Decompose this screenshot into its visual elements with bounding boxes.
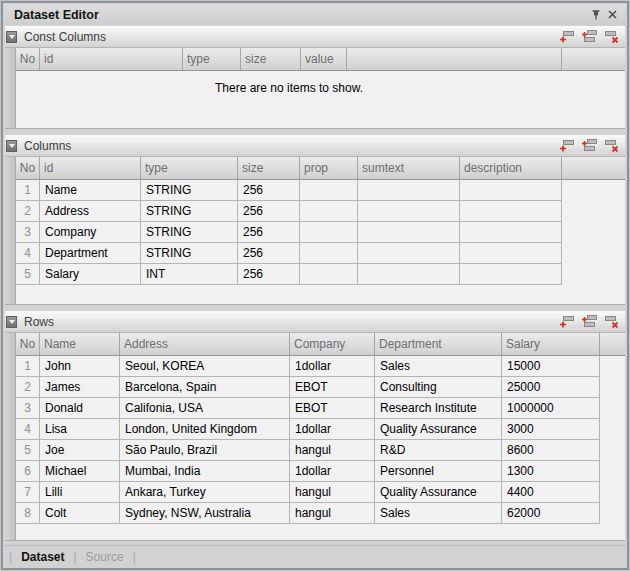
delete-row-button[interactable] [603, 29, 620, 44]
column-header-name[interactable]: Name [40, 333, 120, 355]
table-row[interactable]: 2AddressSTRING256 [16, 201, 625, 222]
column-header-sumtext[interactable]: sumtext [358, 157, 460, 179]
grid-cell[interactable] [358, 180, 460, 201]
grid-cell[interactable]: INT [141, 264, 238, 285]
column-header-value[interactable]: value [301, 48, 347, 70]
column-header-no[interactable]: No [16, 157, 40, 179]
grid-cell[interactable] [358, 264, 460, 285]
grid-cell[interactable]: Research Institute [375, 398, 502, 419]
grid-cell[interactable]: London, United Kingdom [120, 419, 290, 440]
grid-cell[interactable] [300, 243, 358, 264]
grid-cell[interactable]: STRING [141, 201, 238, 222]
grid-cell[interactable]: Sales [375, 356, 502, 377]
grid-cell[interactable]: EBOT [290, 398, 375, 419]
grid-cell[interactable]: 4400 [502, 482, 600, 503]
grid-cell[interactable]: STRING [141, 222, 238, 243]
grid-cell[interactable]: James [40, 377, 120, 398]
add-row-button[interactable] [559, 29, 576, 44]
grid-cell[interactable]: 25000 [502, 377, 600, 398]
grid-cell[interactable]: Mumbai, India [120, 461, 290, 482]
grid-cell[interactable]: Address [40, 201, 141, 222]
collapse-section-button[interactable] [6, 31, 17, 43]
close-button[interactable] [604, 7, 620, 23]
column-header-department[interactable]: Department [375, 333, 502, 355]
grid-cell[interactable]: hangul [290, 440, 375, 461]
grid-cell[interactable]: STRING [141, 180, 238, 201]
grid-cell[interactable]: 256 [238, 222, 300, 243]
grid-cell[interactable] [460, 264, 562, 285]
grid-cell[interactable]: 3000 [502, 419, 600, 440]
table-row[interactable]: 1JohnSeoul, KOREA1dollarSales15000 [16, 356, 625, 377]
grid-cell[interactable]: Sales [375, 503, 502, 524]
collapse-section-button[interactable] [6, 316, 17, 328]
grid-cell[interactable]: 15000 [502, 356, 600, 377]
grid-cell[interactable] [358, 201, 460, 222]
column-header-size[interactable]: size [238, 157, 300, 179]
grid-cell[interactable]: Consulting [375, 377, 502, 398]
column-header-address[interactable]: Address [120, 333, 290, 355]
table-row[interactable]: 4DepartmentSTRING256 [16, 243, 625, 264]
column-header-type[interactable]: type [141, 157, 238, 179]
delete-row-button[interactable] [603, 138, 620, 153]
table-row[interactable]: 4LisaLondon, United Kingdom1dollarQualit… [16, 419, 625, 440]
grid-cell[interactable]: Colt [40, 503, 120, 524]
grid-cell[interactable]: hangul [290, 482, 375, 503]
grid-cell[interactable]: 1dollar [290, 356, 375, 377]
column-header-prop[interactable]: prop [300, 157, 358, 179]
grid-cell[interactable]: Personnel [375, 461, 502, 482]
grid-cell[interactable]: 1dollar [290, 461, 375, 482]
grid-cell[interactable]: Michael [40, 461, 120, 482]
pin-button[interactable] [588, 7, 604, 23]
grid-cell[interactable] [460, 243, 562, 264]
grid-cell[interactable]: Ankara, Turkey [120, 482, 290, 503]
table-row[interactable]: 6MichaelMumbai, India1dollarPersonnel130… [16, 461, 625, 482]
grid-cell[interactable]: Lilli [40, 482, 120, 503]
grid-cell[interactable]: São Paulo, Brazil [120, 440, 290, 461]
column-header-no[interactable]: No [16, 48, 40, 70]
table-row[interactable]: 3CompanySTRING256 [16, 222, 625, 243]
grid-cell[interactable]: 1000000 [502, 398, 600, 419]
collapse-section-button[interactable] [6, 140, 17, 152]
grid-cell[interactable]: 8600 [502, 440, 600, 461]
tab-dataset[interactable]: Dataset [19, 550, 66, 564]
table-row[interactable]: 8ColtSydney, NSW, AustraliahangulSales62… [16, 503, 625, 524]
add-row-button[interactable] [559, 314, 576, 329]
grid-cell[interactable]: STRING [141, 243, 238, 264]
grid-cell[interactable] [460, 222, 562, 243]
table-row[interactable]: 1NameSTRING256 [16, 180, 625, 201]
grid-cell[interactable] [460, 201, 562, 222]
table-row[interactable]: 7LilliAnkara, TurkeyhangulQuality Assura… [16, 482, 625, 503]
grid-cell[interactable]: 256 [238, 180, 300, 201]
grid-cell[interactable] [300, 264, 358, 285]
grid-cell[interactable] [300, 222, 358, 243]
column-header-id[interactable]: id [40, 157, 141, 179]
grid-cell[interactable]: 1dollar [290, 419, 375, 440]
grid-cell[interactable]: 256 [238, 201, 300, 222]
grid-cell[interactable]: Califonia, USA [120, 398, 290, 419]
add-row-button[interactable] [559, 138, 576, 153]
grid-cell[interactable] [460, 180, 562, 201]
grid-cell[interactable]: 256 [238, 264, 300, 285]
grid-cell[interactable] [300, 180, 358, 201]
grid-cell[interactable]: Quality Assurance [375, 419, 502, 440]
column-header-size[interactable]: size [241, 48, 301, 70]
grid-cell[interactable]: 62000 [502, 503, 600, 524]
column-header-company[interactable]: Company [290, 333, 375, 355]
column-header-type[interactable]: type [183, 48, 241, 70]
grid-cell[interactable]: Barcelona, Spain [120, 377, 290, 398]
insert-row-button[interactable] [581, 138, 598, 153]
grid-cell[interactable]: Donald [40, 398, 120, 419]
grid-cell[interactable]: John [40, 356, 120, 377]
table-row[interactable]: 5SalaryINT256 [16, 264, 625, 285]
column-header-id[interactable]: id [40, 48, 183, 70]
table-row[interactable]: 5JoeSão Paulo, BrazilhangulR&D8600 [16, 440, 625, 461]
grid-cell[interactable]: Sydney, NSW, Australia [120, 503, 290, 524]
delete-row-button[interactable] [603, 314, 620, 329]
grid-cell[interactable]: Department [40, 243, 141, 264]
grid-cell[interactable] [358, 222, 460, 243]
grid-cell[interactable] [358, 243, 460, 264]
grid-cell[interactable]: Company [40, 222, 141, 243]
grid-cell[interactable]: Joe [40, 440, 120, 461]
column-header-description[interactable]: description [460, 157, 562, 179]
grid-cell[interactable]: 1300 [502, 461, 600, 482]
